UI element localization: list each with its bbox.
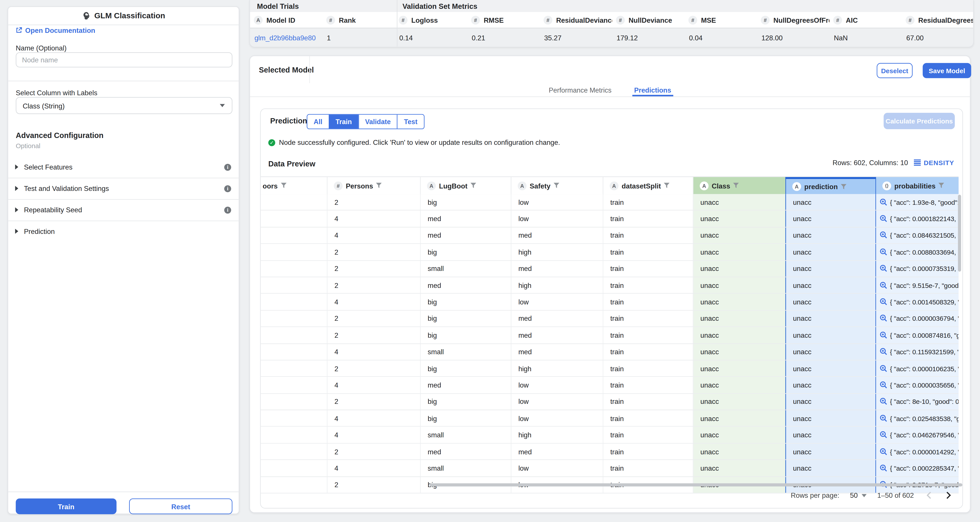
zoom-in-icon[interactable] bbox=[880, 331, 887, 339]
cell-probabilities[interactable]: { "acc": 0.025483538, "good": 0 bbox=[876, 410, 958, 426]
train-button[interactable]: Train bbox=[16, 498, 116, 514]
rows-per-page-select[interactable]: 50 bbox=[850, 492, 867, 499]
vertical-scrollbar[interactable] bbox=[958, 195, 961, 271]
column-header-class[interactable]: A Class bbox=[694, 177, 785, 194]
table-row[interactable]: 2 med med train unacc unacc { "acc": 0.0… bbox=[261, 444, 958, 460]
cell-probabilities[interactable]: { "acc": 0.1159321599, "good": bbox=[876, 344, 958, 360]
cell-probabilities[interactable]: { "acc": 8e-10, "good": 0, "unac bbox=[876, 394, 958, 410]
column-header[interactable]: # AIC bbox=[829, 12, 902, 27]
zoom-in-icon[interactable] bbox=[880, 348, 887, 356]
zoom-in-icon[interactable] bbox=[880, 265, 887, 272]
column-header[interactable]: # NullDegreesOfFree... bbox=[757, 12, 829, 27]
density-toggle[interactable]: DENSITY bbox=[914, 159, 954, 166]
reset-button[interactable]: Reset bbox=[129, 498, 232, 514]
column-header[interactable]: # RMSE bbox=[467, 12, 540, 27]
accordion-test-validation[interactable]: Test and Validation Settings i bbox=[8, 178, 239, 200]
column-header-doors[interactable]: oors bbox=[261, 177, 328, 194]
calculate-predictions-button[interactable]: Calculate Predictions bbox=[884, 113, 955, 129]
column-header-persons[interactable]: # Persons bbox=[328, 177, 421, 194]
segment-train[interactable]: Train bbox=[329, 115, 358, 129]
tab-predictions[interactable]: Predictions bbox=[632, 83, 673, 96]
filter-icon[interactable] bbox=[471, 183, 476, 188]
column-header-pred[interactable]: A prediction bbox=[786, 177, 876, 194]
cell-probabilities[interactable]: { "acc": 0.0000106235, "good": bbox=[876, 361, 958, 377]
table-row[interactable]: 2 small med train unacc unacc { "acc": 0… bbox=[261, 260, 958, 277]
cell-probabilities[interactable]: { "acc": 1.93e-8, "good": 1e-10, bbox=[876, 194, 958, 210]
cell-probabilities[interactable]: { "acc": 0.0001822143, "good": bbox=[876, 211, 958, 227]
zoom-in-icon[interactable] bbox=[880, 365, 887, 372]
zoom-in-icon[interactable] bbox=[880, 398, 887, 405]
cell-probabilities[interactable]: { "acc": 0.0002285347, "good": bbox=[876, 460, 958, 476]
zoom-in-icon[interactable] bbox=[880, 231, 887, 239]
zoom-in-icon[interactable] bbox=[880, 448, 887, 455]
column-header[interactable]: # Rank bbox=[323, 12, 395, 27]
table-row[interactable]: 2 big med train unacc unacc { "acc": 0.0… bbox=[261, 311, 958, 327]
zoom-in-icon[interactable] bbox=[880, 414, 887, 422]
column-header[interactable]: # MSE bbox=[684, 12, 757, 27]
filter-icon[interactable] bbox=[939, 183, 944, 188]
info-icon[interactable]: i bbox=[224, 206, 231, 213]
model-trials-data-row[interactable]: glm_d2b96bba9e80 1 0.14 0.21 35.27 179.1… bbox=[250, 29, 974, 47]
table-row[interactable]: 4 small high train unacc unacc { "acc": … bbox=[261, 427, 958, 444]
cell-probabilities[interactable]: { "acc": 0.0088033694, "good": bbox=[876, 244, 958, 260]
model-id-link[interactable]: glm_d2b96bba9e80 bbox=[255, 34, 316, 42]
zoom-in-icon[interactable] bbox=[880, 248, 887, 256]
cell-probabilities[interactable]: { "acc": 9.515e-7, "good": 0, "u bbox=[876, 277, 958, 294]
column-header-safety[interactable]: A Safety bbox=[511, 177, 603, 194]
cell-probabilities[interactable]: { "acc": 0.000874816, "good": 0 bbox=[876, 327, 958, 343]
table-row[interactable]: 2 big med train unacc unacc { "acc": 0.0… bbox=[261, 327, 958, 344]
filter-icon[interactable] bbox=[841, 184, 847, 189]
open-documentation-link[interactable]: Open Documentation bbox=[16, 26, 95, 34]
table-row[interactable]: 4 med low train unacc unacc { "acc": 0.0… bbox=[261, 377, 958, 393]
previous-page-button[interactable] bbox=[924, 491, 933, 500]
segment-validate[interactable]: Validate bbox=[358, 115, 397, 129]
filter-icon[interactable] bbox=[554, 183, 559, 188]
cell-probabilities[interactable]: { "acc": 0.0462679546, "good": bbox=[876, 427, 958, 443]
table-row[interactable]: 4 big low train unacc unacc { "acc": 0.0… bbox=[261, 410, 958, 427]
table-row[interactable]: 2 med high train unacc unacc { "acc": 9.… bbox=[261, 277, 958, 294]
table-row[interactable]: 4 small med train unacc unacc { "acc": 0… bbox=[261, 344, 958, 360]
zoom-in-icon[interactable] bbox=[880, 298, 887, 305]
table-row[interactable]: 2 big high train unacc unacc { "acc": 0.… bbox=[261, 361, 958, 377]
horizontal-scrollbar[interactable] bbox=[430, 484, 963, 487]
accordion-prediction[interactable]: Prediction bbox=[8, 221, 239, 242]
cell-probabilities[interactable]: { "acc": 0.0000735319, "good": bbox=[876, 260, 958, 277]
filter-icon[interactable] bbox=[664, 183, 670, 188]
tab-performance-metrics[interactable]: Performance Metrics bbox=[547, 83, 613, 96]
filter-icon[interactable] bbox=[733, 183, 739, 188]
table-row[interactable]: 4 big low train unacc unacc { "acc": 0.0… bbox=[261, 294, 958, 310]
next-page-button[interactable] bbox=[944, 491, 953, 500]
column-header-prob[interactable]: {} probabilities bbox=[876, 177, 958, 194]
filter-icon[interactable] bbox=[376, 183, 382, 188]
save-model-button[interactable]: Save Model bbox=[923, 63, 971, 78]
cell-probabilities[interactable]: { "acc": 0.0014508329, "good": bbox=[876, 294, 958, 310]
segment-test[interactable]: Test bbox=[397, 115, 424, 129]
zoom-in-icon[interactable] bbox=[880, 281, 887, 289]
table-row[interactable]: 4 med low train unacc unacc { "acc": 0.0… bbox=[261, 211, 958, 227]
info-icon[interactable]: i bbox=[224, 164, 231, 171]
node-name-input[interactable] bbox=[16, 52, 232, 67]
column-header-lugboot[interactable]: A LugBoot bbox=[421, 177, 512, 194]
cell-probabilities[interactable]: { "acc": 0.0000036794, "good": bbox=[876, 311, 958, 327]
segment-all[interactable]: All bbox=[307, 115, 329, 129]
table-row[interactable]: 2 big low train unacc unacc { "acc": 8e-… bbox=[261, 394, 958, 410]
column-header[interactable]: # Logloss bbox=[395, 12, 467, 27]
column-header[interactable]: A Model ID bbox=[250, 12, 323, 27]
column-header-split[interactable]: A datasetSplit bbox=[603, 177, 694, 194]
accordion-repeatability-seed[interactable]: Repeatability Seed i bbox=[8, 199, 239, 221]
zoom-in-icon[interactable] bbox=[880, 215, 887, 222]
cell-probabilities[interactable]: { "acc": 0.0000014292, "good": bbox=[876, 444, 958, 460]
cell-probabilities[interactable]: { "acc": 0.0846321505, "good": bbox=[876, 227, 958, 243]
table-row[interactable]: 2 big high train unacc unacc { "acc": 0.… bbox=[261, 244, 958, 260]
cell-probabilities[interactable]: { "acc": 0.0000035656, "good": bbox=[876, 377, 958, 393]
deselect-button[interactable]: Deselect bbox=[877, 63, 913, 78]
table-row[interactable]: 4 med med train unacc unacc { "acc": 0.0… bbox=[261, 227, 958, 244]
zoom-in-icon[interactable] bbox=[880, 198, 887, 206]
zoom-in-icon[interactable] bbox=[880, 381, 887, 389]
column-header[interactable]: # NullDeviance bbox=[612, 12, 685, 27]
column-header[interactable]: # ResidualDegreesOf... bbox=[902, 12, 974, 27]
filter-icon[interactable] bbox=[281, 183, 286, 188]
label-column-select[interactable]: Class (String) bbox=[16, 97, 232, 114]
accordion-select-features[interactable]: Select Features i bbox=[8, 156, 239, 178]
zoom-in-icon[interactable] bbox=[880, 315, 887, 322]
